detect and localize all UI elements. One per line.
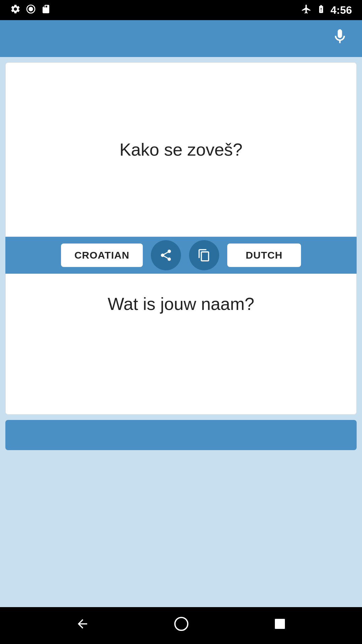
back-button[interactable]: [75, 617, 89, 634]
airplane-icon: [301, 4, 312, 17]
bottom-accent-bar: [5, 420, 357, 450]
target-translation-box[interactable]: Wat is jouw naam?: [5, 274, 357, 415]
circle-icon: [25, 4, 36, 17]
microphone-button[interactable]: [331, 28, 349, 49]
main-content: Kako se zoveš? CROATIAN DUTCH Wat is jou…: [0, 57, 362, 607]
settings-icon: [10, 4, 21, 17]
copy-button[interactable]: [189, 240, 219, 270]
language-bar: CROATIAN DUTCH: [5, 237, 357, 274]
svg-rect-3: [275, 619, 285, 629]
status-time: 4:56: [330, 4, 352, 16]
source-translation-text: Kako se zoveš?: [119, 140, 242, 160]
source-translation-box[interactable]: Kako se zoveš?: [5, 62, 357, 237]
svg-point-2: [175, 618, 188, 630]
share-button[interactable]: [151, 240, 181, 270]
target-language-button[interactable]: DUTCH: [227, 244, 301, 267]
source-language-button[interactable]: CROATIAN: [61, 244, 143, 267]
app-header: [0, 20, 362, 57]
target-translation-text: Wat is jouw naam?: [108, 294, 254, 314]
status-left-icons: [10, 4, 51, 17]
recents-button[interactable]: [273, 617, 287, 634]
sd-card-icon: [41, 4, 51, 17]
svg-point-1: [29, 7, 33, 11]
home-button[interactable]: [174, 616, 189, 635]
nav-bar: [0, 607, 362, 644]
battery-icon: [316, 4, 326, 17]
status-bar: 4:56: [0, 0, 362, 20]
status-right-icons: 4:56: [301, 4, 352, 17]
